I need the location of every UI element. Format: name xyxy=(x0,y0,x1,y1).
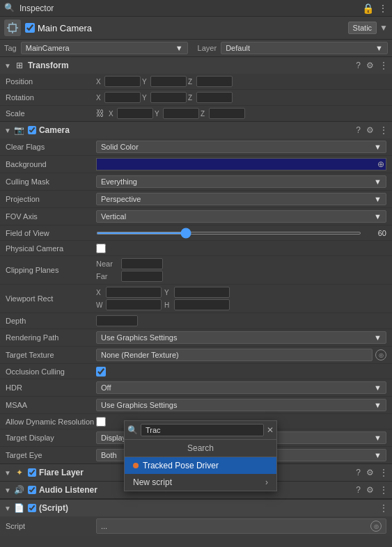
viewport-x-input[interactable]: 0 xyxy=(106,287,162,298)
fov-axis-dropdown[interactable]: Vertical ▼ xyxy=(96,210,386,223)
flare-triangle: ▼ xyxy=(4,469,11,477)
script-checkbox[interactable] xyxy=(28,504,36,512)
rotation-y-field: Y 0 xyxy=(142,92,187,103)
occlusion-culling-checkbox[interactable] xyxy=(96,367,106,376)
culling-mask-dropdown[interactable]: Everything ▼ xyxy=(96,175,386,188)
fov-slider[interactable] xyxy=(96,232,361,235)
viewport-h-input[interactable]: 1 xyxy=(174,299,230,310)
transform-icon: ⊞ xyxy=(14,60,25,71)
position-y-label: Y xyxy=(142,78,149,86)
lock-icon[interactable]: 🔒 xyxy=(362,3,374,14)
hdr-dropdown[interactable]: Off ▼ xyxy=(96,381,386,394)
tag-dropdown[interactable]: MainCamera ▼ xyxy=(21,42,188,54)
script-actions: ⋮ xyxy=(379,503,388,513)
position-z-field: Z 0 xyxy=(188,76,233,87)
scale-z-field: Z 1 xyxy=(201,108,245,119)
static-button[interactable]: Static xyxy=(348,22,377,34)
static-dropdown-arrow[interactable]: ▼ xyxy=(379,23,388,33)
menu-icon[interactable]: ⋮ xyxy=(378,3,388,14)
flare-checkbox[interactable] xyxy=(28,468,36,477)
msaa-dropdown[interactable]: Use Graphics Settings ▼ xyxy=(96,399,386,411)
far-input[interactable]: 1000 xyxy=(121,271,163,282)
clear-flags-dropdown[interactable]: Solid Color ▼ xyxy=(96,141,386,153)
occlusion-culling-row: Occlusion Culling xyxy=(0,364,392,379)
script-icon: 📄 xyxy=(14,502,25,514)
rotation-y-input[interactable]: 0 xyxy=(150,92,187,103)
flare-help-icon[interactable]: ? xyxy=(356,468,361,477)
audio-checkbox[interactable] xyxy=(28,486,36,494)
scale-link-icon[interactable]: ⛓ xyxy=(96,109,104,118)
near-input[interactable]: 0.03 xyxy=(121,258,163,269)
camera-component: ▼ 📷 Camera ? ⚙ ⋮ Clear Flags Solid Color… xyxy=(0,122,392,464)
target-texture-picker-icon[interactable]: ◎ xyxy=(375,349,386,360)
eyedropper-icon[interactable]: ⊕ xyxy=(377,159,384,169)
gameobject-active-checkbox[interactable] xyxy=(25,23,35,33)
viewport-y-input[interactable]: 0 xyxy=(174,287,230,298)
target-texture-dropdown[interactable]: None (Render Texture) xyxy=(96,349,373,361)
transform-actions: ? ⚙ ⋮ xyxy=(356,61,388,70)
camera-menu-icon[interactable]: ⋮ xyxy=(379,125,388,135)
projection-dropdown[interactable]: Perspective ▼ xyxy=(96,193,386,205)
clipping-planes-row: Clipping Planes Near 0.03 Far 1000 xyxy=(0,256,392,285)
depth-input[interactable]: 0 xyxy=(96,315,138,326)
script-component: ▼ 📄 (Script) ⋮ Script ... ◎ xyxy=(0,499,392,536)
audio-menu-icon[interactable]: ⋮ xyxy=(379,485,388,495)
viewport-w-input[interactable]: 1 xyxy=(106,299,162,310)
transform-triangle: ▼ xyxy=(4,62,11,70)
far-label: Far xyxy=(96,272,117,280)
transform-header[interactable]: ▼ ⊞ Transform ? ⚙ ⋮ xyxy=(0,57,392,74)
position-z-input[interactable]: 0 xyxy=(196,76,233,87)
scale-y-input[interactable]: 1 xyxy=(163,108,199,119)
popup-item-tracked-pose-driver[interactable]: Tracked Pose Driver xyxy=(125,457,276,474)
scale-z-input[interactable]: 1 xyxy=(209,108,245,119)
camera-help-icon[interactable]: ? xyxy=(356,125,361,135)
physical-camera-checkbox[interactable] xyxy=(96,244,106,253)
tag-label: Tag xyxy=(4,44,17,52)
scale-x-label: X xyxy=(109,110,116,118)
script-menu-icon[interactable]: ⋮ xyxy=(379,503,388,513)
depth-label: Depth xyxy=(6,317,96,325)
audio-settings-icon[interactable]: ⚙ xyxy=(366,485,374,495)
audio-triangle: ▼ xyxy=(4,486,11,494)
transform-settings-icon[interactable]: ⚙ xyxy=(366,61,374,70)
camera-settings-icon[interactable]: ⚙ xyxy=(366,125,374,135)
transform-help-icon[interactable]: ? xyxy=(356,61,361,70)
rotation-x-input[interactable]: 0 xyxy=(104,92,141,103)
hdr-label: HDR xyxy=(6,383,96,392)
camera-header[interactable]: ▼ 📷 Camera ? ⚙ ⋮ xyxy=(0,122,392,138)
popup-search-input[interactable] xyxy=(141,424,264,436)
background-color-swatch[interactable]: ⊕ xyxy=(96,158,386,171)
layer-dropdown[interactable]: Default ▼ xyxy=(221,42,388,54)
camera-active-checkbox[interactable] xyxy=(28,126,36,134)
script-header[interactable]: ▼ 📄 (Script) ⋮ xyxy=(0,500,392,516)
script-field[interactable]: ... ◎ xyxy=(96,518,386,534)
script-picker-icon[interactable]: ◎ xyxy=(370,521,382,532)
flare-menu-icon[interactable]: ⋮ xyxy=(379,468,388,477)
scale-value: ⛓ X 1 Y 1 Z 1 xyxy=(96,108,386,119)
scale-x-input[interactable]: 1 xyxy=(117,108,153,119)
popup-clear-icon[interactable]: ✕ xyxy=(267,425,274,435)
viewport-rect-value: X 0 Y 0 W 1 H xyxy=(96,287,386,310)
viewport-y-field: Y 0 xyxy=(164,287,230,298)
culling-mask-row: Culling Mask Everything ▼ xyxy=(0,173,392,191)
target-texture-value: None (Render Texture) ◎ xyxy=(96,349,386,361)
flare-settings-icon[interactable]: ⚙ xyxy=(366,468,374,477)
viewport-w-label: W xyxy=(96,301,104,309)
near-row: Near 0.03 xyxy=(96,258,386,269)
rendering-path-dropdown[interactable]: Use Graphics Settings ▼ xyxy=(96,331,386,344)
rotation-y-label: Y xyxy=(142,94,149,102)
position-x-input[interactable]: 0 xyxy=(104,76,141,87)
position-y-input[interactable]: 0 xyxy=(150,76,187,87)
title-bar-actions: 🔒 ⋮ xyxy=(362,3,388,14)
layer-label: Layer xyxy=(198,44,217,52)
transform-menu-icon[interactable]: ⋮ xyxy=(379,61,388,70)
popup-item-new-script[interactable]: New script › xyxy=(125,474,276,491)
rotation-z-input[interactable]: 0 xyxy=(196,92,233,103)
far-row: Far 1000 xyxy=(96,271,386,282)
audio-help-icon[interactable]: ? xyxy=(356,485,361,495)
popup-item-label: Tracked Pose Driver xyxy=(143,461,219,470)
position-row: Position X 0 Y 0 Z 0 xyxy=(0,74,392,90)
fov-axis-row: FOV Axis Vertical ▼ xyxy=(0,208,392,225)
allow-dynamic-checkbox[interactable] xyxy=(96,417,106,427)
flare-actions: ? ⚙ ⋮ xyxy=(356,468,388,477)
